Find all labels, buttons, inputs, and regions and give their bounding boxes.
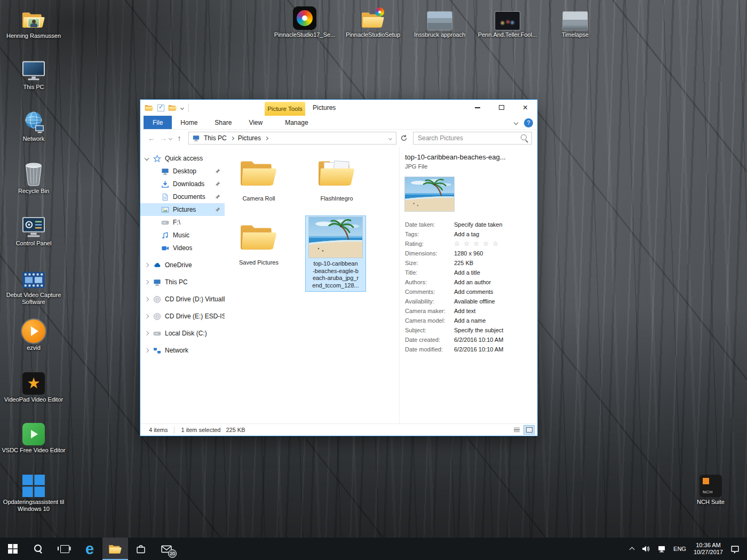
camera-model-field[interactable]: Add a name xyxy=(454,317,486,324)
picture-tools-contextual-tab[interactable]: Picture Tools xyxy=(265,102,305,116)
sidebar-item-this-pc[interactable]: This PC xyxy=(140,276,225,289)
collapse-chevron-icon[interactable] xyxy=(145,156,149,161)
tab-manage[interactable]: Manage xyxy=(276,116,316,129)
comments-field[interactable]: Add comments xyxy=(454,289,493,295)
details-view-button[interactable] xyxy=(511,425,522,435)
up-button[interactable]: ↑ xyxy=(173,134,185,142)
show-hidden-icons-chevron-icon[interactable] xyxy=(630,547,635,553)
folder-saved-pictures[interactable]: Saved Pictures xyxy=(229,217,289,266)
desktop-icon-update-assistant[interactable]: Opdateringsassistent til Windows 10 xyxy=(1,470,67,513)
camera-maker-field[interactable]: Add text xyxy=(454,308,475,314)
clock-time: 10:36 AM xyxy=(694,542,723,549)
rating-stars[interactable]: ☆ ☆ ☆ ☆ ☆ xyxy=(454,240,499,247)
breadcrumb-this-pc[interactable]: This PC xyxy=(200,134,231,142)
desktop-icon-vsdc[interactable]: VSDC Free Video Editor xyxy=(1,419,67,454)
network-tray-icon[interactable] xyxy=(657,545,666,553)
desktop-icon-videopad[interactable]: VideoPad Video Editor xyxy=(1,368,67,403)
close-button[interactable]: × xyxy=(513,100,537,115)
tags-field[interactable]: Add a tag xyxy=(454,231,479,237)
expand-chevron-icon[interactable] xyxy=(145,263,149,267)
taskbar-file-explorer-button[interactable] xyxy=(102,538,128,560)
sidebar-item-desktop[interactable]: Desktop xyxy=(140,165,225,178)
tab-file[interactable]: File xyxy=(144,116,172,129)
desktop-icon-timelapse[interactable]: Timelapse xyxy=(541,3,610,38)
breadcrumb-chevron-icon[interactable] xyxy=(231,136,234,140)
desktop-icon-nch-suite[interactable]: NCH Suite xyxy=(679,470,743,506)
desktop-icon-pinnacle-studio[interactable]: PinnacleStudio17_Se... xyxy=(270,3,339,38)
navigation-pane: Quick access Desktop Downloads Documents xyxy=(140,147,225,423)
taskbar-search-button[interactable] xyxy=(26,538,51,560)
folder-flashintegro[interactable]: FlashIntegro xyxy=(307,153,367,202)
desktop-icon-user-files[interactable]: Henning Rasmussen xyxy=(1,4,67,39)
taskbar-clock[interactable]: 10:36 AM 10/27/2017 xyxy=(694,542,723,556)
divider xyxy=(174,426,174,434)
breadcrumb-pictures[interactable]: Pictures xyxy=(234,134,265,142)
volume-icon[interactable] xyxy=(641,545,650,553)
customize-qat-chevron-icon[interactable] xyxy=(180,106,184,109)
desktop-icon-ezvid[interactable]: ezvid xyxy=(1,316,67,351)
tab-share[interactable]: Share xyxy=(206,116,240,129)
title-field[interactable]: Add a title xyxy=(454,269,480,276)
desktop-icon-control-panel[interactable]: Control Panel xyxy=(1,212,67,247)
desktop-icon-this-pc[interactable]: This PC xyxy=(1,55,67,91)
search-input[interactable] xyxy=(414,134,520,142)
tab-view[interactable]: View xyxy=(240,116,271,129)
address-bar[interactable]: This PC Pictures xyxy=(188,132,396,145)
search-box[interactable] xyxy=(413,132,532,145)
expand-chevron-icon[interactable] xyxy=(145,314,149,318)
new-folder-icon[interactable] xyxy=(168,104,177,111)
task-view-button[interactable] xyxy=(51,538,77,560)
title-bar[interactable]: Picture Tools Pictures × xyxy=(140,100,537,116)
subject-field[interactable]: Specify the subject xyxy=(454,327,503,333)
desktop-icon-inssbruck[interactable]: Inssbruck approach xyxy=(405,3,474,38)
sidebar-item-cd-drive-e[interactable]: CD Drive (E:) ESD-ISO xyxy=(140,310,225,323)
sidebar-item-f-drive[interactable]: F:\ xyxy=(140,216,225,229)
expand-ribbon-chevron-icon[interactable] xyxy=(514,121,518,125)
sidebar-item-cd-drive-d[interactable]: CD Drive (D:) VirtualB xyxy=(140,293,225,306)
sidebar-item-quick-access[interactable]: Quick access xyxy=(140,152,225,165)
address-dropdown-chevron-icon[interactable] xyxy=(388,137,392,140)
date-taken-field[interactable]: Specify date taken xyxy=(454,221,503,228)
forward-button[interactable]: → xyxy=(157,134,169,142)
expand-chevron-icon[interactable] xyxy=(145,331,149,335)
taskbar-mail-button[interactable]: 20 xyxy=(154,538,179,560)
desktop-icon-recycle-bin[interactable]: Recycle Bin xyxy=(1,159,67,195)
status-selection: 1 item selected xyxy=(181,427,220,433)
desktop-icon-debut[interactable]: Debut Video Capture Software xyxy=(1,263,67,306)
help-button[interactable] xyxy=(524,118,533,127)
desktop-icon-network[interactable]: Network xyxy=(1,107,67,142)
maximize-button[interactable] xyxy=(489,100,513,115)
sidebar-item-documents[interactable]: Documents xyxy=(140,190,225,203)
taskbar-store-button[interactable] xyxy=(128,538,154,560)
sidebar-item-network[interactable]: Network xyxy=(140,344,225,357)
back-button[interactable]: ← xyxy=(146,134,157,142)
authors-field[interactable]: Add an author xyxy=(454,279,491,285)
expand-chevron-icon[interactable] xyxy=(145,280,149,284)
sidebar-item-onedrive[interactable]: OneDrive xyxy=(140,259,225,271)
recycle-bin-icon xyxy=(22,162,45,186)
sidebar-item-music[interactable]: Music xyxy=(140,229,225,242)
folder-camera-roll[interactable]: Camera Roll xyxy=(229,153,289,202)
properties-icon[interactable] xyxy=(157,105,164,111)
sidebar-item-pictures[interactable]: Pictures xyxy=(140,203,225,216)
pin-icon xyxy=(214,168,221,174)
tab-home[interactable]: Home xyxy=(172,116,206,129)
sidebar-item-videos[interactable]: Videos xyxy=(140,242,225,254)
refresh-icon[interactable] xyxy=(400,134,408,142)
start-button[interactable] xyxy=(0,538,26,560)
desktop-icon-pinnacle-setup[interactable]: PinnacleStudioSetup xyxy=(338,3,408,38)
file-explorer-icon xyxy=(108,543,122,555)
breadcrumb-chevron-icon[interactable] xyxy=(265,136,268,140)
minimize-button[interactable] xyxy=(465,100,489,115)
language-indicator[interactable]: ENG xyxy=(673,546,686,552)
expand-chevron-icon[interactable] xyxy=(145,348,149,353)
sidebar-item-downloads[interactable]: Downloads xyxy=(140,178,225,190)
desktop-icon-penn-teller[interactable]: Penn.And.Teller.Fool... xyxy=(473,3,542,38)
action-center-icon[interactable] xyxy=(730,545,740,554)
file-top-10-caribbean-image[interactable]: top-10-caribbean -beaches-eagle-b each-a… xyxy=(306,216,365,291)
expand-chevron-icon[interactable] xyxy=(145,297,149,301)
sidebar-item-local-disk-c[interactable]: Local Disk (C:) xyxy=(140,327,225,340)
thumbnails-view-button[interactable] xyxy=(523,425,535,435)
taskbar-edge-button[interactable] xyxy=(77,538,102,560)
recent-locations-chevron-icon[interactable] xyxy=(169,136,172,140)
